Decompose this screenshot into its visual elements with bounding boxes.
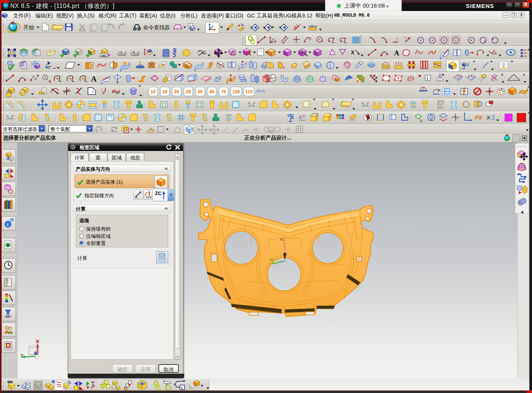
svg-text:i: i: [182, 386, 183, 390]
svg-text:»: »: [139, 83, 141, 88]
svg-text:28: 28: [186, 89, 191, 94]
svg-text:X: X: [299, 115, 302, 120]
svg-text:110: 110: [245, 89, 253, 94]
svg-text:A: A: [394, 49, 399, 57]
svg-text:»: »: [473, 59, 475, 63]
svg-text:»: »: [511, 59, 513, 63]
svg-text:»: »: [501, 72, 503, 77]
svg-text:»: »: [332, 97, 334, 101]
svg-text:YC: YC: [269, 258, 274, 262]
svg-text:30: 30: [197, 89, 203, 94]
svg-text:»: »: [352, 97, 354, 101]
svg-text:开始: 开始: [23, 24, 34, 30]
svg-text:10: 10: [150, 89, 156, 94]
svg-text:命令查找器: 命令查找器: [143, 24, 170, 30]
svg-text:X: X: [351, 49, 355, 55]
svg-text:»: »: [313, 97, 315, 101]
svg-text:40: 40: [209, 89, 214, 94]
svg-text:100: 100: [232, 89, 240, 94]
svg-text:18: 18: [162, 89, 167, 94]
svg-text:i: i: [7, 222, 9, 227]
svg-text:XC: XC: [280, 237, 285, 242]
svg-text:»: »: [523, 72, 525, 77]
svg-text:X: X: [487, 114, 490, 121]
svg-text:»: »: [490, 59, 493, 63]
svg-text:70: 70: [221, 89, 226, 94]
svg-text:20: 20: [174, 89, 179, 94]
svg-text:ABC: ABC: [101, 54, 107, 57]
svg-text:A: A: [91, 74, 97, 83]
svg-text:F8: F8: [475, 114, 482, 121]
